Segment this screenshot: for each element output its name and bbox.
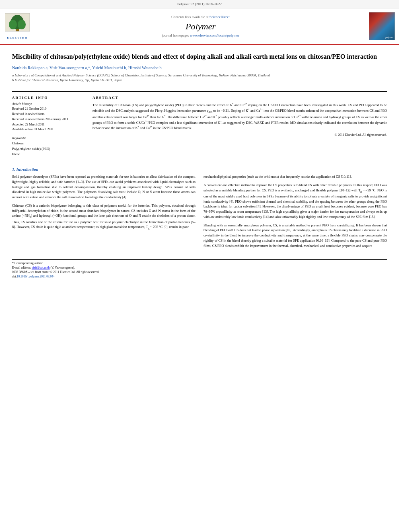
email-note: E-mail address: visit@sut.ac.th (V. Vao-… (12, 266, 387, 269)
elsevier-logo: ELSEVIER (5, 13, 30, 39)
keywords-list: Chitosan Poly(ethylene oxide) (PEO) Blen… (12, 141, 84, 157)
email-link[interactable]: visit@sut.ac.th (32, 266, 50, 269)
keyword-3: Blend (12, 152, 84, 157)
homepage-link[interactable]: www.elsevier.com/locate/polymer (190, 33, 239, 37)
journal-header: ELSEVIER Contents lists available at Sci… (0, 8, 399, 45)
journal-cover-area: polymer (365, 8, 399, 44)
intro-para-2: Chitosan (CS) is a cationic biopolymer b… (12, 203, 195, 231)
svg-point-3 (9, 20, 17, 29)
keyword-1: Chitosan (12, 141, 84, 146)
abstract-header: ABSTRACT (93, 96, 387, 100)
polymer-reference-bar: Polymer 52 (2011) 2618–2627 (0, 0, 399, 8)
abstract-text: The miscibility of Chitosan (CS) and pol… (93, 102, 387, 130)
keywords-block: Keywords: Chitosan Poly(ethylene oxide) … (12, 136, 84, 157)
section-name: Introduction (16, 167, 39, 172)
affiliations: a Laboratory of Computational and Applie… (12, 73, 387, 83)
revised-label: Received in revised form (12, 112, 84, 117)
doi-label: doi: (12, 275, 17, 278)
cover-label: polymer (385, 36, 393, 39)
article-title: Miscibility of chitosan/poly(ethylene ox… (12, 53, 387, 61)
header-divider (12, 87, 387, 87)
keyword-2: Poly(ethylene oxide) (PEO) (12, 146, 84, 152)
corresponding-note: * Corresponding author. (12, 261, 387, 265)
authors-line: Natthida Rakkapao a, Visit Vao-soongnern… (12, 65, 387, 71)
intro-para-1: Solid polymer electrolytes (SPEs) have b… (12, 174, 195, 200)
elsevier-text: ELSEVIER (7, 36, 27, 39)
journal-homepage: journal homepage: www.elsevier.com/locat… (162, 33, 239, 37)
article-history-block: Article history: Received 21 October 201… (12, 102, 84, 132)
contents-available: Contents lists available at ScienceDirec… (171, 15, 230, 19)
introduction-section: 1. Introduction Solid polymer electrolyt… (12, 167, 387, 251)
license-text: 0032-3861/$ – see front matter © 2011 El… (12, 270, 387, 274)
journal-center-header: Contents lists available at ScienceDirec… (36, 8, 365, 44)
article-info-header: ARTICLE INFO (12, 96, 84, 100)
intro-para-3: mechanical/physical properties (such as … (204, 174, 387, 179)
affiliation-a: a Laboratory of Computational and Applie… (12, 73, 387, 78)
intro-para-4: A convenient and effective method to imp… (204, 183, 387, 220)
corresponding-label: * Corresponding author. (12, 261, 43, 265)
doi-text: doi:10.1016/j.polymer.2011.03.044 (12, 275, 387, 278)
elsevier-logo-svg (5, 13, 30, 35)
intro-section-title: 1. Introduction (12, 167, 387, 172)
section-number: 1. (12, 167, 15, 172)
contents-text: Contents lists available at (171, 15, 208, 19)
journal-title: Polymer (185, 21, 216, 32)
main-content: Miscibility of chitosan/poly(ethylene ox… (0, 45, 399, 285)
intro-right-col: mechanical/physical properties (such as … (204, 174, 387, 251)
svg-point-4 (18, 20, 26, 29)
intro-para-5: Blending with an essentially amorphous p… (204, 223, 387, 249)
intro-left-col: Solid polymer electrolytes (SPEs) have b… (12, 174, 195, 251)
intro-body-columns: Solid polymer electrolytes (SPEs) have b… (12, 174, 387, 251)
authors-text: Natthida Rakkapao a, Visit Vao-soongnern… (12, 66, 162, 70)
doi-link[interactable]: 10.1016/j.polymer.2011.03.044 (17, 275, 55, 278)
sciencedirect-link[interactable]: ScienceDirect (210, 15, 230, 19)
copyright-text: © 2011 Elsevier Ltd. All rights reserved… (93, 133, 387, 137)
journal-cover-image: polymer (369, 12, 395, 40)
page-footer: * Corresponding author. E-mail address: … (12, 259, 387, 278)
email-label: E-mail address: (12, 266, 31, 269)
elsevier-logo-area: ELSEVIER (0, 8, 36, 44)
article-info-column: ARTICLE INFO Article history: Received 2… (12, 96, 84, 161)
history-label: Article history: (12, 102, 84, 106)
abstract-column: ABSTRACT The miscibility of Chitosan (CS… (93, 96, 387, 161)
keywords-label: Keywords: (12, 136, 84, 140)
article-info-abstract: ARTICLE INFO Article history: Received 2… (12, 91, 387, 161)
affiliation-b: b Institute for Chemical Research, Kyoto… (12, 78, 387, 83)
polymer-ref-text: Polymer 52 (2011) 2618–2627 (177, 2, 222, 6)
received-date: Received 21 October 2010 Received in rev… (12, 107, 84, 132)
email-person: (V. Vao-soongnern). (50, 266, 74, 269)
